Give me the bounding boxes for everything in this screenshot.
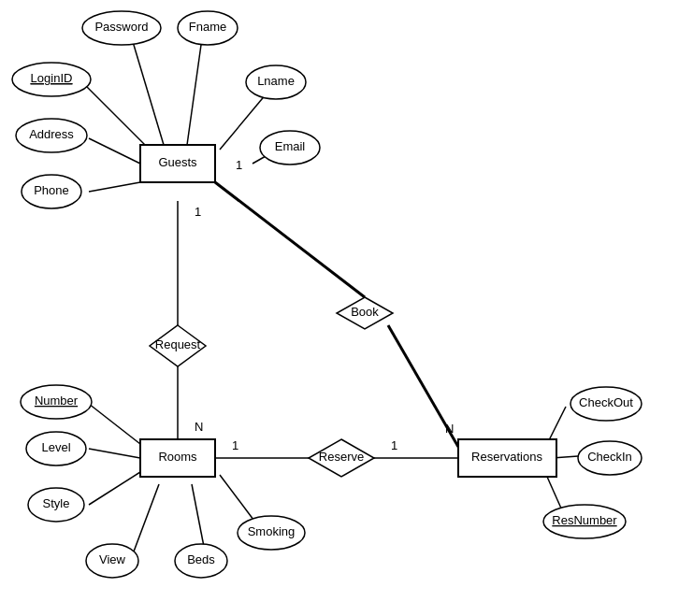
attr-checkout-label: CheckOut: [579, 395, 633, 409]
attr-smoking-label: Smoking: [248, 524, 296, 538]
svg-text:1: 1: [232, 438, 238, 452]
svg-line-5: [89, 138, 140, 164]
attr-address-label: Address: [29, 127, 74, 141]
book-label: Book: [351, 305, 379, 319]
guests-label: Guests: [158, 155, 197, 169]
svg-line-8: [215, 182, 365, 297]
attr-checkin-label: CheckIn: [587, 450, 632, 464]
svg-line-6: [89, 182, 140, 192]
reserve-label: Reserve: [319, 450, 364, 464]
reservations-label: Reservations: [471, 450, 542, 464]
svg-line-0: [84, 84, 145, 145]
svg-text:1: 1: [195, 205, 201, 219]
svg-text:1: 1: [236, 158, 242, 172]
svg-line-15: [89, 472, 140, 505]
rooms-label: Rooms: [158, 450, 197, 464]
attr-beds-label: Beds: [187, 552, 215, 566]
attr-number-label: Number: [35, 394, 79, 408]
svg-line-13: [89, 404, 140, 444]
attr-loginid-label: LoginID: [31, 71, 73, 85]
svg-line-3: [220, 93, 267, 150]
er-diagram: 1 N 1 1 N 1 Guests Rooms Reservations Re…: [0, 0, 693, 616]
attr-style-label: Style: [43, 496, 70, 510]
svg-line-16: [131, 484, 159, 559]
request-label: Request: [155, 337, 201, 351]
attr-level-label: Level: [41, 440, 70, 454]
attr-email-label: Email: [275, 139, 306, 153]
svg-text:1: 1: [391, 438, 397, 452]
attr-lname-label: Lname: [257, 74, 295, 88]
attr-fname-label: Fname: [189, 20, 226, 34]
attr-phone-label: Phone: [34, 183, 69, 197]
attr-password-label: Password: [94, 20, 148, 34]
svg-line-1: [131, 36, 164, 145]
attr-resnumber-label: ResNumber: [552, 513, 617, 527]
svg-text:N: N: [445, 422, 454, 436]
attr-view-label: View: [99, 552, 126, 566]
svg-text:N: N: [195, 420, 203, 434]
svg-line-2: [187, 45, 201, 145]
svg-line-14: [89, 449, 140, 458]
